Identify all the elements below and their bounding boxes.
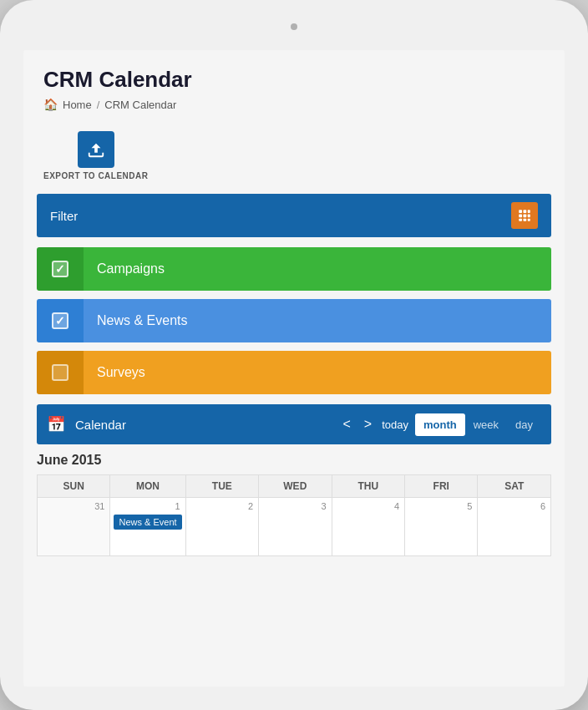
date-1: 1 — [114, 500, 181, 513]
col-thu: THU — [332, 475, 404, 498]
campaigns-name-area: Campaigns — [84, 247, 551, 291]
cell-thu-4[interactable]: 4 — [332, 498, 404, 556]
col-wed: WED — [259, 475, 332, 498]
calendar-next-button[interactable]: > — [361, 413, 375, 435]
calendar-view-day[interactable]: day — [507, 413, 541, 436]
newsevents-checkmark: ✓ — [55, 315, 65, 327]
calendar-grid: SUN MON TUE WED THU FRI SAT 31 — [37, 474, 551, 556]
newsevents-checkbox-area: ✓ — [37, 299, 84, 342]
col-mon: MON — [110, 475, 185, 498]
calendar-nav: < > today — [339, 413, 408, 435]
export-icon-box — [78, 131, 114, 168]
filter-grid-button[interactable] — [511, 202, 538, 229]
calendar-bar-title: Calendar — [75, 418, 332, 432]
calendar-month-label: June 2015 — [37, 453, 551, 468]
cell-sat-6[interactable]: 6 — [478, 498, 551, 556]
filter-bar: Filter — [37, 194, 551, 237]
calendar-bar: 📅 Calendar < > today month week day — [37, 404, 551, 444]
svg-rect-0 — [519, 210, 522, 213]
cell-mon-1[interactable]: 1 News & Event — [110, 498, 185, 556]
campaigns-label: Campaigns — [97, 261, 165, 276]
calendar-view-month[interactable]: month — [415, 413, 465, 436]
calendar-row-1: 31 1 News & Event 2 3 — [38, 498, 551, 556]
date-31: 31 — [41, 500, 106, 513]
breadcrumb: 🏠 Home / CRM Calendar — [43, 98, 545, 111]
calendar-today-button[interactable]: today — [382, 418, 408, 431]
campaigns-checkmark: ✓ — [55, 263, 65, 275]
export-section: EXPORT TO CALENDAR — [23, 124, 565, 194]
calendar-icon: 📅 — [47, 415, 65, 434]
export-label: EXPORT TO CALENDAR — [43, 171, 149, 180]
newsevents-label: News & Events — [97, 313, 187, 328]
breadcrumb-home[interactable]: Home — [63, 99, 92, 111]
device-frame: CRM Calendar 🏠 Home / CRM Calendar EX — [0, 0, 588, 710]
category-item-surveys[interactable]: Surveys — [37, 351, 551, 394]
calendar-prev-button[interactable]: < — [339, 413, 353, 435]
svg-rect-7 — [524, 219, 527, 221]
calendar-view-tabs: month week day — [415, 413, 541, 436]
upload-icon — [87, 140, 105, 159]
cell-fri-5[interactable]: 5 — [405, 498, 478, 556]
svg-rect-6 — [519, 219, 522, 221]
date-4: 4 — [336, 500, 401, 513]
breadcrumb-separator: / — [97, 99, 100, 111]
col-tue: TUE — [185, 475, 258, 498]
date-3: 3 — [262, 500, 328, 513]
svg-rect-1 — [524, 210, 527, 213]
col-sat: SAT — [478, 475, 551, 498]
col-fri: FRI — [405, 475, 478, 498]
date-6: 6 — [481, 500, 547, 513]
newsevents-name-area: News & Events — [84, 299, 551, 342]
campaigns-checkbox-area: ✓ — [37, 247, 84, 291]
page-header: CRM Calendar 🏠 Home / CRM Calendar — [23, 50, 565, 124]
export-to-calendar-button[interactable]: EXPORT TO CALENDAR — [43, 131, 149, 180]
page-title: CRM Calendar — [43, 67, 545, 93]
home-icon: 🏠 — [43, 98, 58, 111]
svg-rect-5 — [528, 215, 530, 218]
event-news-event[interactable]: News & Event — [114, 515, 181, 530]
calendar-view-week[interactable]: week — [465, 413, 507, 436]
svg-rect-2 — [528, 210, 530, 213]
grid-icon — [517, 208, 532, 223]
surveys-label: Surveys — [97, 365, 145, 380]
cell-tue-2[interactable]: 2 — [185, 498, 258, 556]
cell-sun-31[interactable]: 31 — [38, 498, 110, 556]
date-5: 5 — [408, 500, 474, 513]
page-content: CRM Calendar 🏠 Home / CRM Calendar EX — [23, 50, 565, 687]
svg-rect-3 — [519, 215, 522, 218]
surveys-checkbox[interactable] — [52, 364, 68, 381]
device-inner: CRM Calendar 🏠 Home / CRM Calendar EX — [23, 50, 565, 687]
category-item-newsevents[interactable]: ✓ News & Events — [37, 299, 551, 342]
campaigns-checkbox[interactable]: ✓ — [52, 261, 68, 277]
date-2: 2 — [190, 500, 255, 513]
svg-rect-4 — [524, 215, 527, 218]
surveys-name-area: Surveys — [84, 351, 551, 394]
newsevents-checkbox[interactable]: ✓ — [52, 312, 68, 329]
calendar-section: June 2015 SUN MON TUE WED THU FRI SAT — [23, 453, 565, 556]
surveys-checkbox-area — [37, 351, 84, 394]
cell-wed-3[interactable]: 3 — [259, 498, 332, 556]
category-list: ✓ Campaigns ✓ News & Events — [37, 247, 551, 394]
category-item-campaigns[interactable]: ✓ Campaigns — [37, 247, 551, 291]
svg-rect-8 — [528, 219, 530, 221]
col-sun: SUN — [38, 475, 110, 498]
filter-label: Filter — [50, 209, 78, 223]
breadcrumb-current: CRM Calendar — [104, 99, 176, 111]
camera-dot — [291, 23, 297, 30]
